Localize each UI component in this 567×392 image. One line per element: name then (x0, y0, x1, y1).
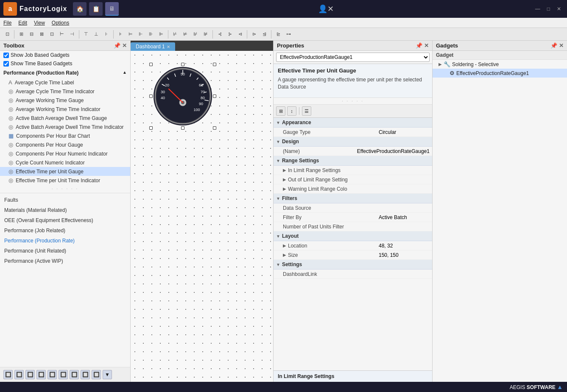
toolbox-close-icon[interactable]: ✕ (122, 42, 127, 49)
minimize-button[interactable]: — (533, 5, 543, 13)
tb-size3[interactable]: ⊦ (102, 30, 111, 39)
gadget-tree-item-0[interactable]: ▶ 🔧 Soldering - Selective (433, 60, 567, 69)
menu-edit[interactable]: Edit (18, 20, 27, 26)
gauge-widget[interactable]: 20 30 40 50 60 70 80 90 100 (151, 64, 215, 128)
handle-mr[interactable] (213, 95, 216, 98)
toolbox-item-5[interactable]: ◎ Active Batch Average Dwell Time Time I… (0, 122, 130, 131)
prop-tb-sorted[interactable]: ↕ (287, 106, 296, 116)
category-collapse-icon[interactable]: ▲ (123, 70, 127, 75)
tb-align-center[interactable]: ⊟ (27, 30, 36, 39)
bottom-icon-expand[interactable]: ▼ (103, 370, 112, 379)
tb-align-middle[interactable]: ⊣ (67, 30, 77, 39)
tb-dash3[interactable]: ⊲ (235, 30, 245, 39)
toolbox-item-2[interactable]: ◎ Average Working Time Gauge (0, 96, 130, 105)
gadgets-close-icon[interactable]: ✕ (559, 42, 564, 49)
gadget-tree-item-1[interactable]: ▶ ⚙ EffectiveProductionRateGauge1 (433, 69, 567, 78)
toolbox-item-10[interactable]: ◎ Effective Time per Unit Gauge (0, 167, 130, 176)
handle-tl[interactable] (149, 63, 153, 66)
tb-align-bottom[interactable]: ⊢ (57, 30, 67, 39)
cat-perf-job[interactable]: Performance (Job Related) (0, 225, 130, 236)
tab-close-icon[interactable]: ✕ (167, 44, 170, 49)
bottom-icon-1[interactable]: 🔲 (3, 370, 13, 379)
toolbox-item-1[interactable]: ◎ Average Cycle Time Time Indicator (0, 87, 130, 96)
menu-view[interactable]: View (34, 20, 45, 26)
tb-snap[interactable]: ⊨ (126, 30, 135, 39)
handle-bl[interactable] (149, 126, 153, 130)
bottom-icon-9[interactable]: 🔲 (92, 370, 101, 379)
properties-pin-icon[interactable]: 📌 (416, 42, 422, 49)
tb-align-left[interactable]: ⊞ (17, 30, 26, 39)
canvas-surface[interactable]: 20 30 40 50 60 70 80 90 100 (131, 51, 273, 382)
bottom-icon-6[interactable]: 🔲 (59, 370, 68, 379)
maximize-button[interactable]: □ (545, 5, 553, 13)
bottom-icon-2[interactable]: 🔲 (14, 370, 24, 379)
canvas-wrapper[interactable]: 20 30 40 50 60 70 80 90 100 (131, 51, 273, 382)
toolbox-category-header[interactable]: Performance (Production Rate) ▲ (0, 68, 130, 78)
tb-order3[interactable]: ⊮ (191, 30, 200, 39)
toolbox-item-9[interactable]: ◎ Cycle Count Numeric Indicator (0, 158, 130, 167)
section-settings[interactable]: ▼ Settings (274, 260, 432, 270)
toolbox-item-7[interactable]: ◎ Components Per Hour Gauge (0, 140, 130, 149)
toolbox-item-4[interactable]: ◎ Active Batch Average Dwell Time Gauge (0, 114, 130, 122)
tb-order1[interactable]: ⊬ (170, 30, 180, 39)
tb-copy1[interactable]: ⊵ (274, 30, 283, 39)
tb-size1[interactable]: ⊤ (81, 30, 91, 39)
show-job-checkbox[interactable] (3, 53, 9, 58)
size-expand[interactable]: ▶ (283, 253, 286, 257)
tb-dash2[interactable]: ⊱ (225, 30, 235, 39)
properties-close-icon[interactable]: ✕ (424, 42, 429, 49)
cat-oee[interactable]: OEE (Overall Equipment Effectiveness) (0, 215, 130, 225)
cat-perf-prod[interactable]: Performance (Production Rate) (0, 236, 130, 246)
close-button[interactable]: ✕ (554, 5, 564, 13)
tb-group2[interactable]: ⊪ (146, 30, 156, 39)
tree-expand-0[interactable]: ▶ (439, 62, 442, 67)
location-expand[interactable]: ▶ (283, 243, 286, 248)
cat-perf-unit[interactable]: Performance (Unit Related) (0, 246, 130, 256)
toolbox-pin-icon[interactable]: 📌 (114, 42, 120, 49)
out-limit-expand[interactable]: ▶ (283, 177, 286, 182)
gadgets-pin-icon[interactable]: 📌 (550, 42, 557, 49)
section-range[interactable]: ▼ Range Settings (274, 156, 432, 166)
prop-tb-pages[interactable]: ☰ (302, 106, 311, 116)
section-layout[interactable]: ▼ Layout (274, 231, 432, 241)
section-design[interactable]: ▼ Design (274, 137, 432, 147)
bottom-icon-8[interactable]: 🔲 (81, 370, 90, 379)
handle-tc[interactable] (181, 63, 184, 66)
tb-group1[interactable]: ⊩ (136, 30, 145, 39)
tb-select[interactable]: ⊡ (3, 30, 12, 39)
bottom-icon-4[interactable]: 🔲 (36, 370, 46, 379)
canvas-tab-1[interactable]: Dashboard 1 ✕ (131, 42, 175, 51)
tb-zoom1[interactable]: ⊳ (249, 30, 259, 39)
toolbox-item-3[interactable]: ◎ Average Working Time Time Indicator (0, 105, 130, 114)
tb-zoom2[interactable]: ⊴ (260, 30, 269, 39)
bottom-icon-7[interactable]: 🔲 (70, 370, 79, 379)
gadget-selector[interactable]: EffectiveProductionRateGauge1 (276, 53, 430, 62)
tb-align-right[interactable]: ⊠ (37, 30, 46, 39)
tb-grid[interactable]: ⊧ (116, 30, 125, 39)
tb-order4[interactable]: ⊯ (201, 30, 210, 39)
handle-ml[interactable] (149, 95, 153, 98)
prop-tb-categorized[interactable]: ⊞ (276, 106, 285, 116)
menu-options[interactable]: Options (52, 20, 69, 26)
handle-tr[interactable] (213, 63, 216, 66)
user-icon[interactable]: 👤✕ (318, 4, 334, 14)
toolbox-item-6[interactable]: ▦ Components Per Hour Bar Chart (0, 131, 130, 140)
dashboard-icon[interactable]: 🖥 (105, 2, 119, 16)
tb-order2[interactable]: ⊭ (181, 30, 190, 39)
in-limit-expand[interactable]: ▶ (283, 168, 286, 172)
menu-file[interactable]: File (3, 20, 11, 26)
warn-limit-expand[interactable]: ▶ (283, 186, 286, 191)
tb-size2[interactable]: ⊥ (92, 30, 101, 39)
tb-align-top[interactable]: ⊡ (47, 30, 56, 39)
section-filters[interactable]: ▼ Filters (274, 194, 432, 203)
bottom-icon-5[interactable]: 🔲 (47, 370, 57, 379)
cat-faults[interactable]: Faults (0, 195, 130, 205)
handle-bc[interactable] (181, 126, 184, 130)
cat-perf-wip[interactable]: Performance (Active WIP) (0, 256, 130, 266)
tb-group3[interactable]: ⊫ (156, 30, 166, 39)
home-icon[interactable]: 🏠 (73, 2, 87, 16)
bottom-icon-3[interactable]: 🔲 (25, 370, 35, 379)
search-icon[interactable]: 📋 (89, 2, 103, 16)
toolbox-item-11[interactable]: ◎ Effective Time per Unit Time Indicator (0, 176, 130, 185)
tb-dash1[interactable]: ⊰ (215, 30, 224, 39)
